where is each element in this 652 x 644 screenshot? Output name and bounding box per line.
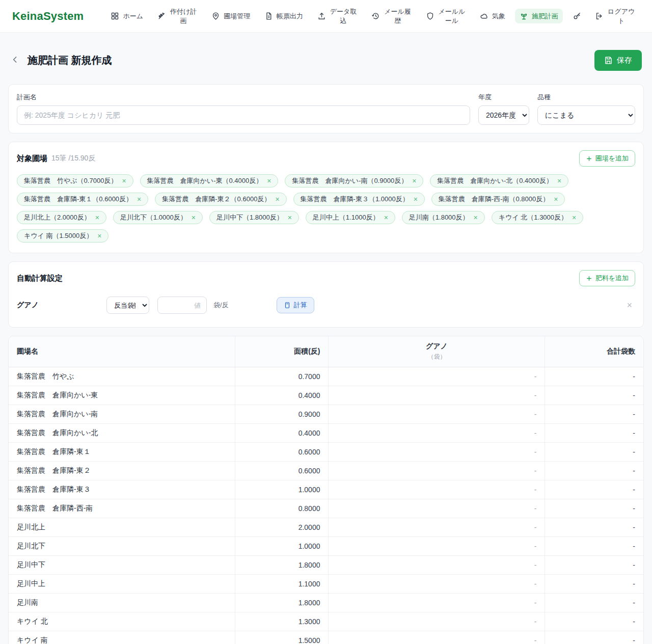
nav-item-mail-rules[interactable]: メールルール [421,4,471,28]
total-bags-cell: - [545,593,643,612]
year-label: 年度 [478,93,529,102]
field-tag: 集落営農 竹やぶ（0.7000反）× [17,174,133,187]
field-row: 足川中上1.1000-- [9,574,643,593]
fertilizer-cell: - [329,480,545,499]
page-header: 施肥計画 新規作成 保存 [8,33,644,84]
fields-table-card: 圃場名 面積(反) グアノ （袋） 合計袋数 集落営農 竹やぶ0.7000--集… [8,336,644,644]
fertilizer-name: グアノ [17,301,106,310]
close-icon[interactable]: × [122,177,126,184]
year-select[interactable]: 2026年度 [478,105,529,125]
area-cell: 0.7000 [235,367,329,386]
field-tag: 足川北上（2.0000反）× [17,211,106,224]
nav-item-logout[interactable]: ログアウト [590,4,640,28]
nav-item-data-import[interactable]: データ取込 [313,4,362,28]
calc-value-input[interactable] [157,297,207,314]
variety-select[interactable]: にこまる [537,105,635,125]
close-icon[interactable]: × [554,196,558,203]
close-icon[interactable]: × [623,300,635,311]
nav-item-field-management[interactable]: 圃場管理 [207,9,255,24]
save-button[interactable]: 保存 [594,50,642,71]
close-icon[interactable]: × [267,177,271,184]
col-header-fertilizer-unit: （袋） [337,353,536,361]
field-tag-label: 足川南（1.8000反） [409,213,469,222]
area-cell: 0.6000 [235,442,329,461]
back-button[interactable] [10,55,20,66]
field-name-cell: 足川北上 [9,518,235,536]
nav-item-mail-history[interactable]: メール履歴 [367,4,416,28]
area-cell: 1.5000 [235,631,329,644]
field-tag-label: キウイ 南（1.5000反） [24,231,93,240]
calculate-button[interactable]: 計算 [277,297,314,313]
plus-icon [586,275,592,282]
field-tag-label: キウイ 北（1.3000反） [499,213,567,222]
col-header-field: 圃場名 [9,336,235,367]
field-tag: キウイ 北（1.3000反）× [492,211,583,224]
close-icon[interactable]: × [97,232,101,239]
calc-rows: グアノ反当袋数袋/反計算× [17,297,635,319]
area-cell: 1.0000 [235,536,329,555]
cloud-icon [480,12,488,20]
field-row: 集落営農 倉庫隣-東２0.6000-- [9,461,643,480]
close-icon[interactable]: × [275,196,279,203]
add-field-button[interactable]: 圃場を追加 [579,150,635,167]
close-icon[interactable]: × [412,177,416,184]
seedling-icon [520,12,528,20]
area-cell: 0.8000 [235,499,329,518]
field-row: 足川北上2.0000-- [9,518,643,536]
fertilizer-cell: - [329,367,545,386]
close-icon[interactable]: × [192,214,196,221]
chevron-left-icon [10,55,20,66]
field-name-cell: 足川中上 [9,574,235,593]
nav-item-report-output[interactable]: 帳票出力 [260,9,308,24]
area-cell: 0.4000 [235,386,329,405]
nav-item-fertilization-plan[interactable]: 施肥計画 [515,9,563,24]
col-header-total: 合計袋数 [545,336,643,367]
fertilizer-cell: - [329,461,545,480]
add-fertilizer-button[interactable]: 肥料を追加 [579,270,635,286]
field-row: 集落営農 倉庫隣-東１0.6000-- [9,442,643,461]
total-bags-cell: - [545,536,643,555]
plan-name-input[interactable] [17,105,470,125]
field-tag: 集落営農 倉庫向かい-東（0.4000反）× [140,174,279,187]
close-icon[interactable]: × [414,196,418,203]
calc-mode-select[interactable]: 反当袋数 [106,297,149,314]
nav-item-key[interactable] [568,9,586,23]
shield-icon [426,12,434,20]
field-row: 足川中下1.8000-- [9,555,643,574]
nav-item-home[interactable]: ホーム [106,9,148,24]
total-bags-cell: - [545,386,643,405]
nav-item-weather[interactable]: 気象 [475,9,510,24]
field-tag-label: 足川北下（1.0000反） [120,213,187,222]
field-tag-label: 集落営農 倉庫向かい-東（0.4000反） [147,176,263,185]
field-row: キウイ 南1.5000-- [9,631,643,644]
close-icon[interactable]: × [572,214,576,221]
total-bags-cell: - [545,480,643,499]
field-name-cell: 集落営農 倉庫隣-東１ [9,442,235,461]
total-bags-cell: - [545,574,643,593]
close-icon[interactable]: × [557,177,561,184]
field-tag-label: 集落営農 倉庫隣-東１（0.6000反） [24,195,132,204]
close-icon[interactable]: × [384,214,388,221]
close-icon[interactable]: × [95,214,99,221]
field-tag-label: 集落営農 倉庫向かい-北（0.4000反） [437,176,553,185]
upload-icon [317,12,326,20]
brand-logo[interactable]: KeinaSystem [12,10,84,23]
fertilizer-cell: - [329,518,545,536]
total-bags-cell: - [545,555,643,574]
field-tag: 足川南（1.8000反）× [402,211,485,224]
close-icon[interactable]: × [137,196,141,203]
close-icon[interactable]: × [474,214,478,221]
nav-item-planting-plan[interactable]: 作付け計画 [153,4,202,28]
area-cell: 2.0000 [235,518,329,536]
area-cell: 1.8000 [235,593,329,612]
save-floppy-icon [604,56,613,65]
field-name-cell: 集落営農 倉庫隣-西-南 [9,499,235,518]
field-tag: 集落営農 倉庫隣-東２（0.6000反）× [155,193,286,206]
auto-calc-title: 自動計算設定 [17,274,63,283]
close-icon[interactable]: × [288,214,292,221]
field-row: 集落営農 竹やぶ0.7000-- [9,367,643,386]
field-name-cell: 足川北下 [9,536,235,555]
field-name-cell: 集落営農 倉庫隣-東３ [9,480,235,499]
field-tag: 集落営農 倉庫隣-東１（0.6000反）× [17,193,148,206]
field-name-cell: 足川南 [9,593,235,612]
